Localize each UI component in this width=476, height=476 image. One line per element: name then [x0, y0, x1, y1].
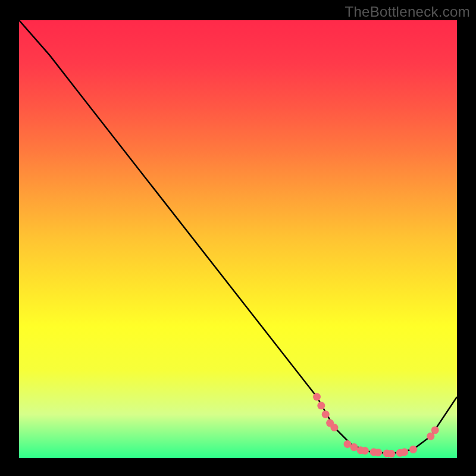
data-point	[431, 426, 439, 434]
data-point	[409, 446, 417, 453]
data-point	[400, 448, 408, 456]
data-point	[313, 393, 321, 401]
data-point	[330, 424, 338, 431]
data-markers	[313, 393, 439, 458]
chart-plot-area	[19, 20, 457, 458]
chart-svg	[19, 20, 457, 458]
data-point	[387, 450, 395, 458]
data-point	[361, 447, 369, 455]
data-point	[350, 443, 358, 451]
data-point	[317, 402, 325, 409]
data-point	[322, 411, 330, 418]
bottleneck-curve	[19, 20, 457, 454]
watermark-text: TheBottleneck.com	[345, 4, 470, 20]
data-point	[374, 449, 382, 456]
